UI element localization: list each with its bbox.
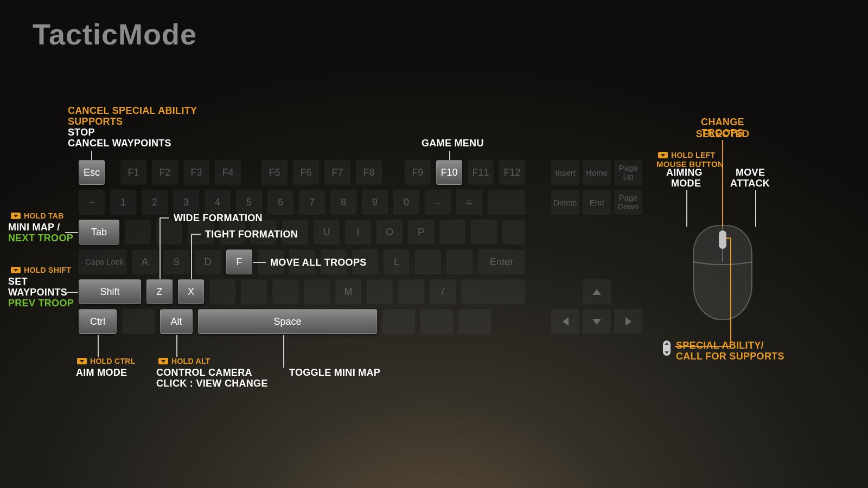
label-shift-set: SET bbox=[8, 275, 28, 287]
key-f2: F2 bbox=[152, 160, 178, 185]
connector bbox=[159, 217, 161, 279]
keybind-diagram: CANCEL SPECIAL ABILITY SUPPORTS STOP CAN… bbox=[0, 0, 868, 488]
hold-tab-badge: HOLD TAB bbox=[11, 211, 64, 220]
key-shift: Shift bbox=[79, 279, 141, 304]
scroll-wheel-icon bbox=[663, 341, 671, 356]
key-home: Home bbox=[583, 160, 611, 185]
connector bbox=[176, 335, 177, 357]
key-f3: F3 bbox=[183, 160, 209, 185]
key-f: F bbox=[226, 249, 252, 274]
key-m: M bbox=[335, 279, 361, 304]
key-insert: Insert bbox=[551, 160, 579, 185]
key-f7: F7 bbox=[324, 160, 350, 185]
connector bbox=[191, 234, 201, 235]
key-pageup: PageUp bbox=[614, 160, 642, 185]
key-5: 5 bbox=[236, 190, 262, 215]
key-f1: F1 bbox=[120, 160, 146, 185]
arrow-up-icon bbox=[592, 289, 601, 295]
key-esc: Esc bbox=[79, 160, 105, 185]
label-alt-camera: CONTROL CAMERA bbox=[156, 367, 252, 378]
hold-badge-icon bbox=[77, 358, 87, 364]
key-semicolon bbox=[415, 249, 441, 274]
key-f9: F9 bbox=[405, 160, 431, 185]
connector bbox=[726, 237, 731, 239]
key-pageup-l1: Page bbox=[618, 163, 637, 172]
label-z: WIDE FORMATION bbox=[174, 212, 263, 224]
hold-ctrl-text: HOLD CTRL bbox=[90, 357, 136, 365]
hold-alt-text: HOLD ALT bbox=[171, 357, 210, 365]
key-dash: – bbox=[425, 190, 451, 215]
connector bbox=[730, 237, 731, 346]
key-space: Space bbox=[198, 309, 377, 334]
key-l: L bbox=[384, 249, 410, 274]
connector bbox=[755, 190, 756, 227]
key-9: 9 bbox=[362, 190, 388, 215]
hold-badge-icon bbox=[11, 213, 21, 219]
key-f12: F12 bbox=[499, 160, 525, 185]
connector bbox=[449, 151, 450, 160]
key-tilde: ~ bbox=[79, 190, 105, 215]
hold-badge-icon bbox=[658, 152, 668, 158]
hold-ctrl-badge: HOLD CTRL bbox=[77, 357, 136, 365]
key-f6: F6 bbox=[293, 160, 319, 185]
label-lmb2: MODE bbox=[671, 177, 701, 189]
key-d: D bbox=[195, 249, 221, 274]
label-esc-supports: SUPPORTS bbox=[68, 115, 123, 127]
key-a: A bbox=[132, 249, 158, 274]
label-alt-click: CLICK : VIEW CHANGE bbox=[156, 377, 268, 389]
key-quote bbox=[446, 249, 473, 274]
connector bbox=[253, 262, 266, 263]
connector bbox=[65, 232, 78, 233]
key-i: I bbox=[345, 220, 371, 245]
key-0: 0 bbox=[393, 190, 419, 215]
hold-badge-icon bbox=[158, 358, 168, 364]
key-3: 3 bbox=[173, 190, 199, 215]
connector bbox=[67, 292, 78, 293]
label-esc-stop: STOP bbox=[68, 126, 95, 138]
key-bracket-l bbox=[439, 220, 465, 245]
key-u: U bbox=[314, 220, 340, 245]
label-f10: GAME MENU bbox=[422, 137, 484, 149]
mouse-icon bbox=[690, 225, 755, 320]
key-f8: F8 bbox=[356, 160, 382, 185]
label-tab-minimap: MINI MAP / bbox=[8, 221, 60, 233]
key-f4: F4 bbox=[215, 160, 241, 185]
key-tab: Tab bbox=[79, 220, 119, 245]
key-comma bbox=[367, 279, 393, 304]
key-b bbox=[272, 279, 298, 304]
label-mouse-top2: TROOPS bbox=[676, 127, 769, 139]
key-pageup-l2: Up bbox=[623, 172, 633, 181]
key-end: End bbox=[583, 190, 611, 215]
label-rmb1: MOVE bbox=[736, 166, 765, 178]
key-q bbox=[125, 220, 151, 245]
key-f11: F11 bbox=[468, 160, 494, 185]
key-arrow-right bbox=[614, 309, 642, 334]
label-wheel1: SPECIAL ABILITY/ bbox=[676, 339, 764, 351]
label-space: TOGGLE MINI MAP bbox=[289, 367, 380, 378]
key-menu bbox=[420, 309, 453, 334]
label-tab-next-troop: NEXT TROOP bbox=[8, 232, 73, 244]
key-win bbox=[122, 309, 155, 334]
key-n bbox=[304, 279, 330, 304]
key-arrow-left bbox=[551, 309, 579, 334]
connector bbox=[686, 190, 687, 227]
key-4: 4 bbox=[205, 190, 231, 215]
key-8: 8 bbox=[330, 190, 356, 215]
connector bbox=[283, 335, 284, 368]
key-x: X bbox=[178, 279, 204, 304]
connector bbox=[191, 234, 192, 279]
label-rmb2: ATTACK bbox=[730, 177, 770, 189]
key-2: 2 bbox=[142, 190, 168, 215]
label-esc-cancel-ability: CANCEL SPECIAL ABILITY bbox=[68, 105, 197, 117]
key-rctrl bbox=[458, 309, 491, 334]
key-alt: Alt bbox=[160, 309, 193, 334]
connector bbox=[159, 217, 169, 219]
key-backspace bbox=[488, 190, 525, 215]
connector bbox=[722, 140, 723, 227]
key-equals: = bbox=[456, 190, 482, 215]
label-esc-cancel-waypoints: CANCEL WAYPOINTS bbox=[68, 137, 171, 149]
label-ctrl-aim: AIM MODE bbox=[76, 367, 127, 378]
key-pagedown-l1: Page bbox=[618, 193, 637, 202]
hold-tab-text: HOLD TAB bbox=[24, 211, 64, 220]
key-backslash bbox=[502, 220, 525, 245]
